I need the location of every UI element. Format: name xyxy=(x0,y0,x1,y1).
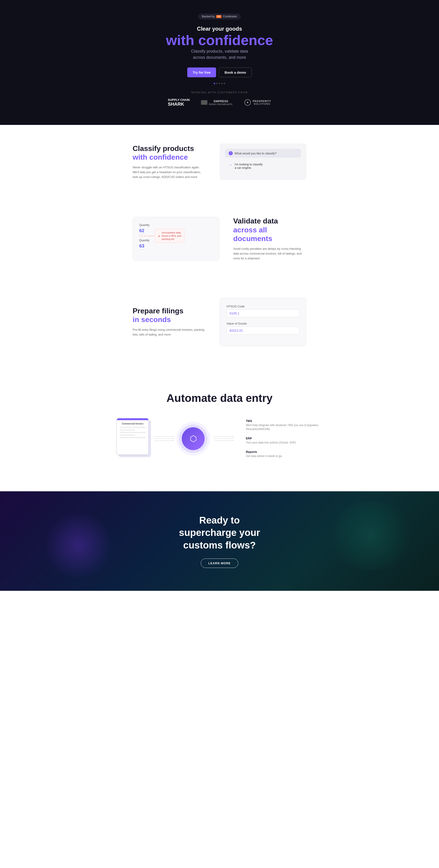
prosperity-icon: ✦ xyxy=(244,99,251,106)
hero-section: Backed by YC Combinator Clear your goods… xyxy=(0,0,439,125)
book-demo-button[interactable]: Book a demo xyxy=(219,67,252,77)
hero-buttons: Try for free Book a demo xyxy=(5,67,434,77)
chat-question-icon: ? xyxy=(229,151,233,155)
filings-text: Prepare filings in seconds Pre-fill entr… xyxy=(133,307,206,337)
doc-line-1 xyxy=(120,427,146,428)
arrow-line-3 xyxy=(154,440,173,441)
filings-feature-row: Prepare filings in seconds Pre-fill entr… xyxy=(82,279,357,364)
badge-company: Combinator xyxy=(223,15,237,18)
doc-line-3 xyxy=(120,432,146,433)
filings-card: HTSUS Code 6109.1 Value of Goods $1012.0… xyxy=(220,298,306,346)
filings-visual: HTSUS Code 6109.1 Value of Goods $1012.0… xyxy=(220,298,306,346)
hero-title-line2: with confidence xyxy=(166,32,273,48)
dot-3 xyxy=(219,83,220,84)
validate-description: Avoid costly penalties are delays by cro… xyxy=(233,247,306,261)
classify-title: Classify products with confidence xyxy=(133,144,206,162)
spacer xyxy=(0,477,439,491)
arrow-line-6 xyxy=(214,440,232,441)
chat-answer: → I'm looking to classify a car engine. xyxy=(225,161,301,171)
cta-glow-teal xyxy=(325,501,417,570)
hero-badge: Backed by YC Combinator xyxy=(198,14,241,19)
prosperity-logo: ✦ PROSPERITY SOLUTIONS xyxy=(244,99,271,106)
dot-5 xyxy=(224,83,225,84)
chat-question: ? What would you like to classify? xyxy=(225,149,301,158)
classify-feature-row: Classify products with confidence Never … xyxy=(82,125,357,198)
classify-card: ? What would you like to classify? → I'm… xyxy=(220,144,306,180)
automate-section: Automate data entry Commercial Invoice xyxy=(0,373,439,477)
empress-logo-icon xyxy=(201,100,208,105)
supply-chain-shark-logo: SUPPLY CHAIN SHARK xyxy=(168,98,190,106)
doc-card-header xyxy=(117,418,148,420)
reports-integration: Reports Get data where it needs to go. xyxy=(246,450,322,458)
arrow-line-1 xyxy=(154,436,173,437)
validate-card: Quantity 62 ▲ Inconsistent data found in… xyxy=(133,217,220,261)
classify-visual: ? What would you like to classify? → I'm… xyxy=(220,144,306,180)
features-section: Classify products with confidence Never … xyxy=(0,125,439,373)
hero-logos: SUPPLY CHAIN SHARK EMPRESS brokers inter… xyxy=(5,98,434,106)
badge-text: Backed by xyxy=(202,15,215,18)
hero-subtitle: Classify products, validate data across … xyxy=(5,48,434,61)
cta-title: Ready to supercharge your customs flows? xyxy=(179,514,260,552)
document-stack: Commercial Invoice xyxy=(117,418,145,459)
value-of-goods-field: Value of Goods $1012.01 xyxy=(227,322,299,334)
arrow-line-5 xyxy=(214,438,232,439)
empress-logo: EMPRESS brokers international llc. xyxy=(201,99,233,105)
hero-title: Clear your goods with confidence xyxy=(5,26,434,48)
hero-title-line1: Clear your goods xyxy=(197,26,242,32)
arrow-line-4 xyxy=(214,436,232,437)
cta-content: Ready to supercharge your customs flows?… xyxy=(179,514,260,568)
cta-glow-purple xyxy=(44,511,113,580)
try-for-free-button[interactable]: Try for free xyxy=(187,67,216,77)
qty-container-1: 62 xyxy=(139,228,144,234)
doc-line-5 xyxy=(120,437,146,438)
cta-section: Ready to supercharge your customs flows?… xyxy=(0,491,439,591)
doc-line-4 xyxy=(120,434,135,436)
inconsistent-badge: ▲ Inconsistent data found in BOL and pac… xyxy=(155,229,185,243)
quantity-row-1: Quantity 62 ▲ Inconsistent data found in… xyxy=(139,223,213,234)
hub-icon: ⬡ xyxy=(190,434,197,443)
integrations-list: TMS We'll help integrate with whatever T… xyxy=(246,419,322,458)
qty-value-2: 63 xyxy=(139,243,144,250)
hero-dots xyxy=(5,83,434,84)
erp-integration: ERP Turn your data into actions (Oracle,… xyxy=(246,437,322,445)
dot-1 xyxy=(214,83,215,84)
arrow-line-2 xyxy=(154,438,173,439)
diagram-arrows-out xyxy=(214,436,232,441)
center-hub-circle: ⬡ xyxy=(182,427,205,450)
chat-arrow-icon: → xyxy=(229,163,232,167)
diagram-arrows xyxy=(154,436,173,441)
htsus-field: HTSUS Code 6109.1 xyxy=(227,305,299,317)
automate-diagram: Commercial Invoice ⬡ xyxy=(117,418,322,459)
validate-visual: Quantity 62 ▲ Inconsistent data found in… xyxy=(133,217,220,261)
learn-more-button[interactable]: LEARN MORE xyxy=(201,559,238,568)
qty-value-1: 62 xyxy=(139,228,144,234)
doc-line-2 xyxy=(120,429,135,431)
validate-feature-row: Validate data across all documents Avoid… xyxy=(82,198,357,279)
doc-card-lines xyxy=(120,427,146,438)
validate-text: Validate data across all documents Avoid… xyxy=(233,217,306,261)
tms-integration: TMS We'll help integrate with whatever T… xyxy=(246,419,322,431)
classify-text: Classify products with confidence Never … xyxy=(133,144,206,180)
automate-title: Automate data entry xyxy=(9,392,430,404)
filings-title: Prepare filings in seconds xyxy=(133,307,206,324)
dot-4 xyxy=(221,83,223,84)
ycombinator-logo: YC xyxy=(216,15,222,18)
filings-description: Pre-fill entry filings using commercial … xyxy=(133,328,206,337)
validate-title: Validate data across all documents xyxy=(233,217,306,243)
doc-card-front: Commercial Invoice xyxy=(117,418,149,455)
classify-description: Never struggle with an HTSUS classificat… xyxy=(133,165,206,179)
customers-label: WORKING WITH CUSTOMERS FROM xyxy=(5,91,434,94)
dot-2 xyxy=(216,83,218,84)
